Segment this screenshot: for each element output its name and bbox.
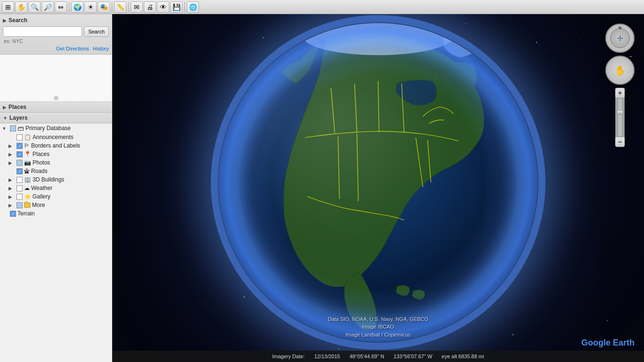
toolbar-separator-4 [184, 2, 185, 12]
layer-item-places[interactable]: ▶ ✓ 📍 Places [0, 150, 112, 158]
search-links: Get Directions History [3, 46, 109, 51]
tour-button[interactable]: 🎭 [98, 1, 110, 13]
svg-point-26 [219, 23, 537, 342]
layer-label-places: Places [33, 151, 50, 157]
layer-item-borders[interactable]: ▶ ✓ 🏳 Borders and Labels [0, 141, 112, 150]
zoom-thumb[interactable] [617, 110, 623, 115]
sun-button[interactable]: ☀ [84, 1, 97, 13]
layer-item-weather[interactable]: ▶ ☁ Weather [0, 184, 112, 192]
places-title: Places [8, 104, 26, 110]
search-section: ▶ Search Search ex: NYC Get Directions H… [0, 14, 112, 55]
announcements-icon: 📋 [24, 134, 31, 140]
places-section[interactable]: ▶ Places [0, 102, 112, 113]
layer-checkbox-announcements[interactable] [17, 134, 23, 140]
layer-item-roads[interactable]: ✓ 🛣 Roads [0, 167, 112, 175]
layer-label-announcements: Announcements [33, 134, 74, 140]
layers-expand-icon: ▼ [3, 115, 8, 121]
layer-expand-places: ▶ [8, 152, 15, 157]
compass-arrows-icon: ✛ [617, 34, 623, 43]
get-directions-link[interactable]: Get Directions [56, 46, 89, 51]
pan-control[interactable]: ✋ [605, 56, 635, 85]
layer-expand-photos: ▶ [8, 160, 15, 165]
search-title: Search [8, 17, 27, 24]
search-input-row: Search [3, 26, 109, 37]
compass-inner: ✛ [610, 28, 630, 48]
layer-checkbox-weather[interactable] [17, 185, 23, 191]
coordinates-lon: 133°56'07.67" W [394, 354, 432, 359]
earth-button[interactable]: 🌍 [71, 1, 83, 13]
email-button[interactable]: ✉ [131, 1, 143, 13]
layer-expand-3d: ▶ [8, 177, 15, 182]
layer-checkbox-places[interactable]: ✓ [17, 151, 23, 157]
layers-header[interactable]: ▼ Layers [0, 113, 112, 123]
more-folder-icon [24, 203, 31, 208]
layer-label-roads: Roads [31, 168, 48, 174]
layer-expand-weather: ▶ [8, 186, 15, 191]
watermark-suffix: Earth [613, 338, 635, 347]
layer-item-more[interactable]: ▶ More [0, 201, 112, 209]
layer-checkbox-more[interactable] [17, 202, 23, 208]
layer-item-3d-buildings[interactable]: ▶ 🏢 3D Buildings [0, 175, 112, 184]
ruler-button[interactable]: 📏 [114, 1, 126, 13]
save-button[interactable]: 💾 [170, 1, 182, 13]
zoom-track[interactable] [618, 99, 622, 136]
history-link[interactable]: History [93, 46, 109, 51]
layer-checkbox-borders[interactable]: ✓ [17, 143, 23, 149]
layer-checkbox-roads[interactable]: ✓ [17, 168, 23, 174]
db-icon: 🗃 [17, 124, 24, 132]
view-button[interactable]: 👁 [157, 1, 169, 13]
zoom-in-control-button[interactable]: + [615, 88, 625, 98]
layer-label-more: More [32, 202, 45, 208]
hand-tool-button[interactable]: ✋ [15, 1, 27, 13]
layers-section: ▼ Layers ▼ 🗃 Primary Database 📋 Announce… [0, 113, 112, 362]
imagery-date-label: Imagery Date: [272, 354, 305, 359]
layer-label-photos: Photos [33, 159, 50, 166]
map-area[interactable]: Data SIO, NOAA, U.S. Navy, NGA, GEBCO Im… [112, 14, 644, 362]
globe-wrapper [218, 22, 538, 343]
layer-label-3d-buildings: 3D Buildings [33, 176, 64, 183]
weather-icon: ☁ [24, 185, 30, 191]
zoom-in-button[interactable]: 🔍 [28, 1, 41, 13]
search-button[interactable]: Search [84, 26, 109, 37]
search-results-area [0, 55, 112, 102]
move-tool-button[interactable]: ⊞ [2, 1, 14, 13]
compass-north-label: N [619, 25, 622, 30]
print-button[interactable]: 🖨 [144, 1, 156, 13]
layer-checkbox-3d-buildings[interactable] [17, 177, 23, 183]
layer-item-terrain[interactable]: ✓ Terrain [0, 209, 112, 218]
toolbar-separator-1 [69, 2, 69, 12]
layer-label-borders: Borders and Labels [31, 142, 80, 149]
layer-checkbox-photos[interactable] [17, 160, 23, 166]
pan-hand-icon: ✋ [614, 65, 626, 76]
attribution-line1: Data SIO, NOAA, U.S. Navy, NGA, GEBCO [328, 315, 428, 323]
toolbar-separator-3 [128, 2, 129, 12]
layer-checkbox-primary-db[interactable] [10, 125, 16, 132]
toolbar: ⊞ ✋ 🔍 🔎 ⇔ 🌍 ☀ 🎭 📏 ✉ 🖨 👁 💾 🌐 [0, 0, 644, 14]
search-hint: ex: NYC [3, 38, 109, 44]
borders-icon: 🏳 [24, 142, 30, 149]
layer-item-photos[interactable]: ▶ 📷 Photos [0, 158, 112, 167]
attribution-text: Data SIO, NOAA, U.S. Navy, NGA, GEBCO Im… [328, 315, 428, 339]
layer-checkbox-terrain[interactable]: ✓ [10, 211, 16, 217]
buildings-icon: 🏢 [24, 176, 31, 183]
compass-control[interactable]: N ✛ [605, 24, 635, 53]
gallery-icon: ⭐ [24, 193, 31, 200]
layer-item-gallery[interactable]: ▶ ⭐ Gallery [0, 192, 112, 201]
search-input[interactable] [3, 26, 82, 37]
zoom-control: + − [615, 88, 625, 147]
attribution-line3: Image Landsat / Copernicus [328, 331, 428, 339]
scale-button[interactable]: ⇔ [55, 1, 67, 13]
layer-expand-gallery: ▶ [8, 194, 15, 199]
globe-view-button[interactable]: 🌐 [187, 1, 199, 13]
layer-item-announcements[interactable]: 📋 Announcements [0, 133, 112, 141]
resize-handle[interactable] [54, 96, 58, 100]
zoom-out-button[interactable]: 🔎 [41, 1, 54, 13]
layer-checkbox-gallery[interactable] [17, 194, 23, 200]
earth-globe[interactable] [218, 22, 538, 343]
zoom-out-control-button[interactable]: − [615, 137, 625, 147]
layer-label-primary-db: Primary Database [25, 125, 71, 132]
layer-label-weather: Weather [31, 185, 52, 191]
places-icon: 📍 [24, 151, 31, 157]
search-header: ▶ Search [3, 17, 109, 24]
layer-item-primary-db[interactable]: ▼ 🗃 Primary Database [0, 123, 112, 133]
